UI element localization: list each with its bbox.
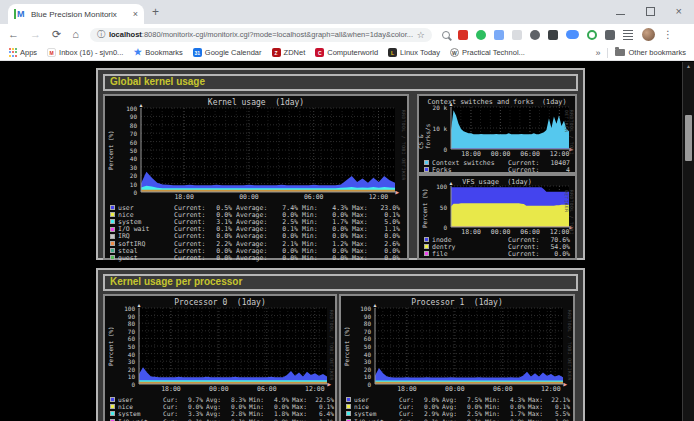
home-button[interactable]: ⌂ <box>72 29 79 40</box>
wordpress-icon: W <box>450 48 459 57</box>
window-minimize-button[interactable] <box>616 7 625 15</box>
y-axis-ticks: 1009080706050403020100 <box>117 308 137 384</box>
axis-arrow-up-icon: ▲ <box>449 181 454 186</box>
bookmark-item-2[interactable]: ★Bookmarks <box>133 48 183 57</box>
legend-stat: Current:0.0% <box>508 250 570 258</box>
extension-icons <box>442 30 633 40</box>
legend-stat-label: Max: <box>292 418 307 421</box>
legend-swatch <box>110 219 115 224</box>
legend-stat-label: Min: <box>302 254 318 262</box>
legend-stat: Max:0.1% <box>528 403 570 410</box>
legend-stat-value: 0.0% <box>231 403 246 410</box>
address-bar[interactable]: ⓘ localhost:8080/monitorix-cgi/monitorix… <box>90 28 432 42</box>
legend-row: guestCurrent:0.0%Average:0.0%Min:0.0%Max… <box>110 254 404 261</box>
bookmarks-overflow-chevron[interactable]: » <box>595 48 600 58</box>
reload-button[interactable]: ⟳ <box>52 29 61 40</box>
scrollbar-up-arrow-icon[interactable]: ▲ <box>683 63 694 69</box>
x-tick-label: 00:00 <box>491 150 511 158</box>
legend-swatch <box>424 244 429 249</box>
other-bookmarks-button[interactable]: Other bookmarks <box>628 48 686 57</box>
browser-tab[interactable]: M Blue Precision Monitorix × <box>8 4 144 24</box>
legend-stat-value: 0.1% <box>467 418 482 421</box>
pocket-extension-icon[interactable] <box>566 30 579 39</box>
kernel-usage-graph[interactable]: Kernel usage (1day)Percent (%)1009080706… <box>103 94 409 260</box>
evernote-extension-icon[interactable] <box>476 30 486 40</box>
bookmark-item-4[interactable]: ZZDNet <box>272 48 306 57</box>
x-axis-ticks: 18:0000:0006:0012:00 <box>451 150 569 157</box>
back-button[interactable]: ← <box>8 29 19 40</box>
browser-menu-icon[interactable]: ⋮ <box>663 29 673 40</box>
x-tick-label: 00:00 <box>209 385 229 393</box>
legend-row: userCur:9.7%Avg:8.3%Min:4.9%Max:22.5% <box>110 396 334 403</box>
bookmark-item-7[interactable]: WPractical Technol... <box>450 48 525 57</box>
context-switches-forks-graph[interactable]: Context switches and forks (1day)CS & fo… <box>417 94 577 174</box>
legend-swatch <box>346 411 351 416</box>
bookmark-item-0[interactable]: Apps <box>8 48 37 57</box>
bookmark-item-6[interactable]: LLinux Today <box>388 48 440 57</box>
legend-series-name: I/O wait <box>118 418 160 421</box>
legend-stat-value: 0.1% <box>188 418 203 421</box>
window-maximize-button[interactable] <box>646 7 655 16</box>
page-scrollbar[interactable]: ▲ <box>682 62 694 421</box>
y-tick-label: 30 <box>364 358 371 365</box>
processor-0-graph[interactable]: Processor 0 (1day)Percent (%)10090807060… <box>103 294 337 421</box>
page-info-icon[interactable]: ⓘ <box>97 29 105 40</box>
notes-extension-icon[interactable] <box>512 30 522 40</box>
legend-stat-value: 4.3% <box>510 396 525 403</box>
y-tick-label: 0 <box>133 189 137 196</box>
extensions-puzzle-icon[interactable] <box>605 30 615 40</box>
bookmark-item-3[interactable]: 31Google Calendar <box>193 48 262 57</box>
legend-stat-label: Min: <box>485 418 500 421</box>
dark-reader-extension-icon[interactable] <box>548 30 558 40</box>
bookmark-label: Computerworld <box>327 48 378 57</box>
scrollbar-thumb[interactable] <box>685 115 692 161</box>
legend-stat: Average:0.0% <box>236 254 298 262</box>
legend-stat-value: 0.0% <box>274 403 289 410</box>
mail-checker-extension-icon[interactable] <box>458 30 468 40</box>
legend-stat: Min:0.0% <box>249 418 289 421</box>
legend-swatch <box>110 255 115 260</box>
y-tick-label: 30 <box>128 358 135 365</box>
legend-stat: Min:0.0% <box>485 403 525 410</box>
session-buddy-extension-icon[interactable] <box>494 30 504 40</box>
y-tick-label: 90 <box>128 312 135 319</box>
vfs-usage-graph[interactable]: VFS usage (1day)Percent (%)100500▲▶18:00… <box>417 174 577 260</box>
monitorix-favicon-icon: M <box>14 9 27 19</box>
legend-stat-value: 0.0% <box>554 250 570 258</box>
bookmark-item-5[interactable]: CComputerworld <box>315 48 378 57</box>
legend-stat-value: 0.0% <box>282 254 298 262</box>
x-tick-label: 12:00 <box>305 385 325 393</box>
legend-series-name: user <box>354 396 396 403</box>
legend-row: ForksCurrent:4 <box>424 166 572 173</box>
legend-stat-label: Cur: <box>163 418 178 421</box>
legend-stat-label: Avg: <box>206 418 221 421</box>
legend-series-name: nice <box>118 403 160 410</box>
legend-stat-label: Avg: <box>206 403 221 410</box>
legend-stat-value: 22.5% <box>315 396 334 403</box>
x-tick-label: 18:00 <box>174 193 194 201</box>
tab-close-icon[interactable]: × <box>133 9 138 19</box>
profile-avatar[interactable] <box>642 28 655 41</box>
search-extension-icon[interactable] <box>442 31 450 39</box>
other-bookmarks-folder-icon <box>615 49 625 56</box>
axis-arrow-up-icon: ▲ <box>449 102 454 107</box>
gmail-icon: M <box>47 48 56 57</box>
https-everywhere-extension-icon[interactable] <box>587 30 597 40</box>
legend-swatch <box>110 248 115 253</box>
reading-list-icon[interactable] <box>623 30 633 40</box>
x-tick-label: 06:00 <box>304 193 324 201</box>
x-tick-label: 06:00 <box>493 385 513 393</box>
tab-strip: M Blue Precision Monitorix × + × <box>0 0 694 24</box>
legend-stat-value: 2.8% <box>231 410 246 417</box>
axis-arrow-right-icon: ▶ <box>327 382 331 387</box>
browser-window: M Blue Precision Monitorix × + × ← → ⟳ ⌂… <box>0 0 694 421</box>
window-close-button[interactable]: × <box>676 6 682 16</box>
new-tab-button[interactable]: + <box>152 5 159 19</box>
bookmark-star-icon[interactable]: ☆ <box>417 30 425 40</box>
legend-stat-value: 0.0% <box>332 254 348 262</box>
bookmark-item-1[interactable]: MInbox (16) - sjvn0... <box>47 48 123 57</box>
legend-stat-value: 0.0% <box>510 418 525 421</box>
adblock-extension-icon[interactable] <box>530 30 540 40</box>
processor-1-graph[interactable]: Processor 1 (1day)Percent (%)10090807060… <box>339 294 575 421</box>
url-host: localhost <box>109 30 142 39</box>
